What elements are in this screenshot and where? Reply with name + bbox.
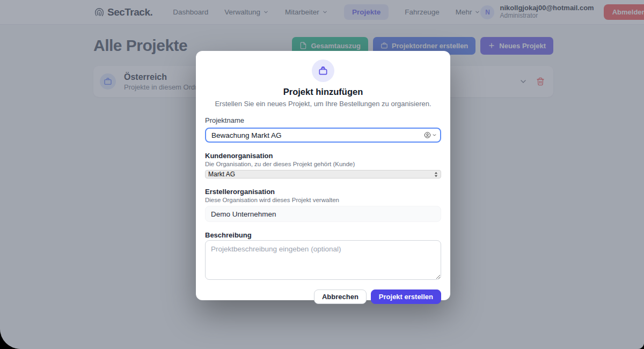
customer-org-helper: Die Organisation, zu der dieses Projekt … [205,161,441,167]
project-name-label: Projektname [205,116,441,124]
add-project-modal: Projekt hinzufügen Erstellen Sie ein neu… [196,51,450,300]
autofill-dropdown-icon[interactable] [424,132,437,139]
briefcase-icon [318,65,328,76]
customer-org-select[interactable]: Markt AG [205,170,441,179]
cancel-button[interactable]: Abbrechen [314,289,367,304]
description-field-group: Beschreibung [205,231,441,282]
project-name-field-group: Projektname [205,116,441,143]
modal-header: Projekt hinzufügen Erstellen Sie ein neu… [196,51,450,108]
selected-option: Markt AG [208,171,434,177]
creator-org-field-group: Erstellerorganisation Diese Organisation… [205,188,441,222]
creator-org-value: Demo Unternehmen [205,206,441,222]
customer-org-label: Kundenorganisation [205,152,441,160]
creator-org-helper: Diese Organisation wird dieses Projekt v… [205,197,441,203]
description-label: Beschreibung [205,231,441,239]
modal-body: Projektname Kundenorganisation Die Organ… [196,108,450,282]
chevron-down-icon [432,133,437,138]
creator-org-label: Erstellerorganisation [205,188,441,196]
select-arrows-icon [434,172,438,177]
modal-footer: Abbrechen Projekt erstellen [196,282,450,304]
customer-org-field-group: Kundenorganisation Die Organisation, zu … [205,152,441,179]
modal-title: Projekt hinzufügen [196,87,450,97]
description-textarea[interactable] [205,240,441,280]
modal-icon-circle [312,60,334,82]
contact-icon [424,132,431,139]
modal-subtitle: Erstellen Sie ein neues Projekt, um Ihre… [196,100,450,108]
project-name-input[interactable] [205,128,441,143]
create-project-button[interactable]: Projekt erstellen [371,289,441,304]
